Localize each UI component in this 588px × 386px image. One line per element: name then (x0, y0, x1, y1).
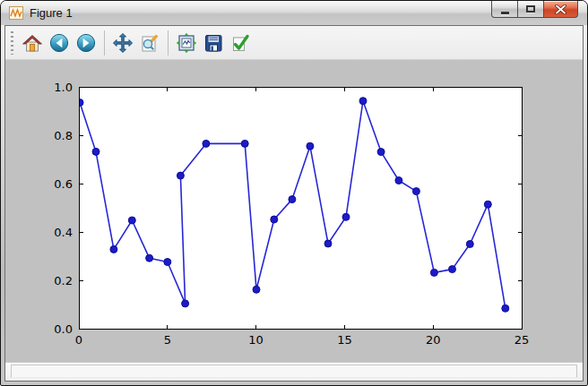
status-bar (5, 362, 583, 381)
toolbar-separator (168, 30, 169, 56)
close-icon (555, 4, 566, 14)
subplots-button[interactable] (174, 30, 199, 56)
plot-toolbar (5, 26, 583, 60)
minimize-button[interactable] (491, 1, 518, 18)
svg-text:10: 10 (248, 333, 264, 347)
home-button[interactable] (20, 30, 45, 56)
client-area: 05101520250.00.20.40.60.81.0 (4, 25, 584, 382)
window-controls (492, 1, 578, 18)
edit-parameters-button[interactable] (228, 30, 253, 56)
svg-text:0.0: 0.0 (54, 322, 73, 336)
maximize-button[interactable] (517, 1, 544, 18)
save-button[interactable] (201, 30, 226, 56)
svg-text:5: 5 (164, 333, 171, 347)
back-arrow-icon (48, 32, 70, 54)
forward-arrow-icon (75, 32, 97, 54)
forward-button[interactable] (74, 30, 99, 56)
floppy-disk-icon (203, 32, 224, 54)
figure-window: Figure 1 (0, 0, 588, 386)
maximize-icon (526, 5, 535, 13)
home-icon (22, 32, 43, 54)
window-title: Figure 1 (30, 6, 73, 20)
toolbar-separator (104, 30, 105, 56)
magnifier-pencil-icon (139, 32, 160, 54)
plot-axes[interactable]: 05101520250.00.20.40.60.81.0 (5, 60, 583, 362)
svg-text:25: 25 (514, 333, 530, 347)
svg-text:0.4: 0.4 (54, 226, 73, 239)
subplots-icon (176, 32, 197, 54)
close-button[interactable] (543, 1, 578, 18)
svg-text:0.8: 0.8 (54, 129, 73, 142)
pan-arrows-icon (112, 32, 134, 54)
minimize-icon (501, 12, 509, 14)
svg-text:15: 15 (337, 333, 352, 347)
back-button[interactable] (47, 30, 72, 56)
matplotlib-logo-icon (9, 6, 23, 20)
svg-text:20: 20 (426, 333, 441, 347)
svg-text:1.0: 1.0 (54, 81, 73, 94)
svg-text:0.6: 0.6 (54, 177, 73, 191)
figure-canvas[interactable]: 05101520250.00.20.40.60.81.0 (5, 60, 583, 362)
pan-button[interactable] (110, 30, 135, 56)
svg-text:0.2: 0.2 (54, 274, 73, 287)
svg-text:0: 0 (75, 333, 82, 347)
status-message (11, 365, 577, 378)
zoom-rect-button[interactable] (137, 30, 162, 56)
toolbar-drag-handle[interactable] (11, 31, 13, 55)
titlebar[interactable]: Figure 1 (1, 1, 587, 25)
green-check-icon (229, 32, 251, 54)
